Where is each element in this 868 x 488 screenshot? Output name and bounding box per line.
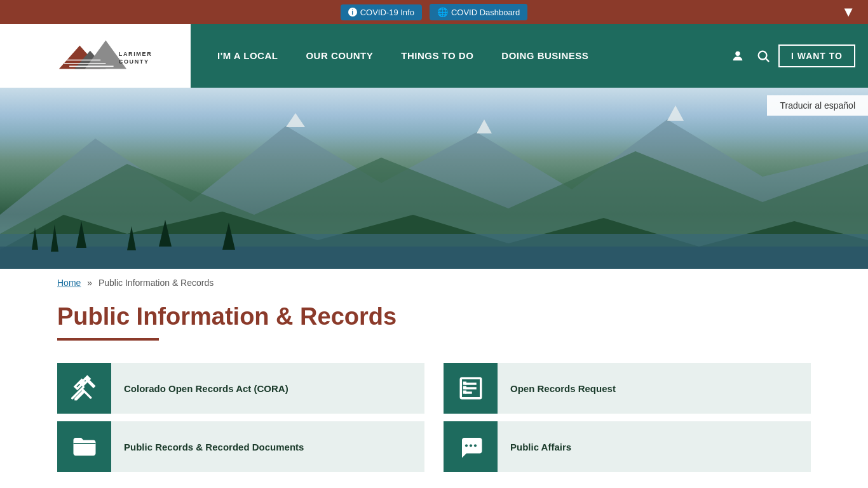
account-button[interactable] xyxy=(728,46,748,66)
card-icon-box-folder xyxy=(57,421,111,472)
breadcrumb-home[interactable]: Home xyxy=(57,278,81,288)
card-icon-box-form xyxy=(444,363,498,414)
search-button[interactable] xyxy=(753,46,773,66)
svg-rect-32 xyxy=(463,391,466,394)
svg-point-34 xyxy=(469,444,471,447)
svg-point-33 xyxy=(465,444,467,447)
card-icon-box-chat xyxy=(444,421,498,472)
page-content: Public Information & Records Colorado Op… xyxy=(0,297,868,488)
card-icon-box-cora xyxy=(57,363,111,414)
translate-button[interactable]: Traducir al español xyxy=(767,95,868,116)
covid-dashboard-button[interactable]: 🌐 COVID Dashboard xyxy=(430,4,527,20)
covid-dashboard-label: COVID Dashboard xyxy=(451,8,520,17)
card-public-records[interactable]: Public Records & Recorded Documents xyxy=(57,421,424,472)
nav-things-to-do[interactable]: THINGS TO DO xyxy=(387,24,487,88)
card-public-affairs[interactable]: Public Affairs xyxy=(444,421,811,472)
nav-our-county[interactable]: OUR COUNTY xyxy=(292,24,387,88)
hero-svg xyxy=(0,88,868,269)
svg-marker-24 xyxy=(477,119,492,133)
covid-info-button[interactable]: i COVID-19 Info xyxy=(341,4,422,20)
breadcrumb: Home » Public Information & Records xyxy=(0,269,868,297)
nav-icons: I WANT TO xyxy=(728,44,855,67)
dashboard-icon: 🌐 xyxy=(437,7,448,17)
svg-point-8 xyxy=(735,51,740,56)
svg-line-10 xyxy=(766,58,769,62)
nav-doing-business[interactable]: DOING BUSINESS xyxy=(487,24,602,88)
svg-point-35 xyxy=(473,444,476,447)
breadcrumb-separator: » xyxy=(87,278,92,288)
site-header: LARIMER COUNTY I'M A LOCAL OUR COUNTY TH… xyxy=(0,24,868,88)
svg-point-9 xyxy=(759,51,767,60)
card-label-open-records-request: Open Records Request xyxy=(498,383,628,394)
card-cora[interactable]: Colorado Open Records Act (CORA) xyxy=(57,363,424,414)
svg-rect-30 xyxy=(463,382,466,385)
main-nav: I'M A LOCAL OUR COUNTY THINGS TO DO DOIN… xyxy=(191,24,868,88)
svg-marker-25 xyxy=(667,105,684,121)
hero-section: Website Feedback Traducir al español xyxy=(0,88,868,269)
page-title: Public Information & Records xyxy=(57,303,811,330)
nav-im-a-local[interactable]: I'M A LOCAL xyxy=(203,24,292,88)
alert-chevron-icon[interactable]: ▼ xyxy=(841,4,855,20)
site-logo[interactable]: LARIMER COUNTY xyxy=(38,34,153,78)
card-label-public-records: Public Records & Recorded Documents xyxy=(111,442,316,452)
svg-rect-31 xyxy=(463,386,466,390)
svg-marker-23 xyxy=(286,113,305,127)
gavel-icon xyxy=(71,375,98,402)
cards-grid: Colorado Open Records Act (CORA) Open Re… xyxy=(57,363,811,472)
search-icon xyxy=(756,49,770,63)
breadcrumb-current: Public Information & Records xyxy=(98,278,214,288)
form-icon xyxy=(458,375,484,402)
alert-bar: i COVID-19 Info 🌐 COVID Dashboard ▼ xyxy=(0,0,868,24)
logo-area: LARIMER COUNTY xyxy=(0,24,191,88)
chat-icon xyxy=(458,433,484,460)
card-label-public-affairs: Public Affairs xyxy=(498,442,584,452)
folder-icon xyxy=(71,433,98,460)
svg-text:LARIMER: LARIMER xyxy=(119,51,152,57)
i-want-to-button[interactable]: I WANT TO xyxy=(778,44,855,67)
card-label-cora: Colorado Open Records Act (CORA) xyxy=(111,383,301,394)
covid-info-label: COVID-19 Info xyxy=(360,8,414,17)
person-icon xyxy=(731,49,745,63)
svg-text:COUNTY: COUNTY xyxy=(119,58,149,65)
card-open-records-request[interactable]: Open Records Request xyxy=(444,363,811,414)
info-icon: i xyxy=(348,8,357,17)
title-underline xyxy=(57,338,159,341)
alert-bar-content: i COVID-19 Info 🌐 COVID Dashboard xyxy=(341,4,528,20)
